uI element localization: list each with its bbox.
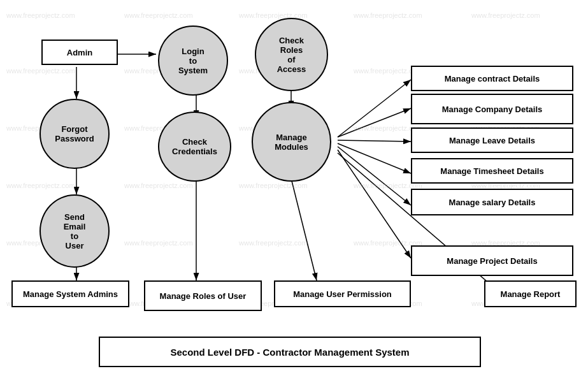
manage-roles-box: Manage Roles of User [144,280,262,311]
svg-line-10 [338,108,411,137]
manage-report-box: Manage Report [484,280,577,307]
diagram-container: www.freeprojectz.com www.freeprojectz.co… [0,0,588,385]
svg-line-13 [338,147,411,205]
svg-line-8 [291,178,317,280]
manage-project-box: Manage Project Details [411,245,573,276]
manage-salary-box: Manage salary Details [411,189,573,215]
admin-node: Admin [41,40,118,65]
check-roles-node: Check Roles of Access [255,18,328,91]
manage-company-box: Manage Company Details [411,94,573,124]
svg-line-9 [338,80,411,137]
send-email-node: Send Email to User [39,194,110,268]
manage-system-admins-box: Manage System Admins [11,280,129,307]
login-node: Login to System [158,25,228,96]
forgot-password-node: Forgot Password [39,99,110,169]
manage-contract-box: Manage contract Details [411,66,573,91]
manage-user-permission-box: Manage User Permission [274,280,411,307]
manage-leave-box: Manage Leave Details [411,127,573,153]
manage-timesheet-box: Manage Timesheet Details [411,158,573,184]
svg-line-11 [338,140,411,142]
check-credentials-node: Check Credentials [158,112,231,182]
svg-line-12 [338,143,411,173]
svg-line-14 [338,150,411,258]
diagram-title: Second Level DFD - Contractor Management… [99,337,481,367]
manage-modules-node: Manage Modules [252,102,331,182]
